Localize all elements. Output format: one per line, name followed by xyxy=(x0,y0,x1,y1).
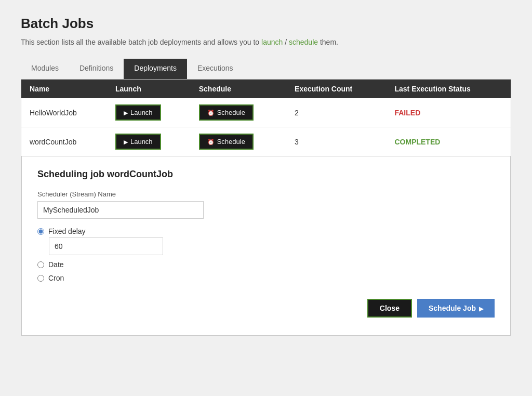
schedule-job-button[interactable]: Schedule Job xyxy=(417,299,495,318)
col-name: Name xyxy=(21,80,107,98)
cron-row: Cron xyxy=(37,274,495,282)
description-separator: / xyxy=(285,38,287,46)
clock-icon-2 xyxy=(207,138,215,146)
schedule-cell-1: Schedule xyxy=(191,98,286,127)
col-launch: Launch xyxy=(107,80,191,98)
launch-label-1: Launch xyxy=(130,109,153,116)
schedule-label-2: Schedule xyxy=(217,138,245,146)
table-container: Name Launch Schedule Execution Count Las… xyxy=(21,80,511,336)
schedule-link[interactable]: schedule xyxy=(289,38,318,46)
date-row: Date xyxy=(37,260,495,269)
scheduler-name-input[interactable] xyxy=(37,201,204,219)
job-name-1: HelloWorldJob xyxy=(21,98,107,127)
cron-label: Cron xyxy=(48,274,64,282)
execution-count-2: 3 xyxy=(286,127,386,156)
tab-executions[interactable]: Executions xyxy=(187,59,243,79)
fixed-delay-radio-row: Fixed delay xyxy=(37,227,86,235)
launch-button-2[interactable]: Launch xyxy=(115,134,161,150)
job-name-2: wordCountJob xyxy=(21,127,107,156)
description-prefix: This section lists all the available bat… xyxy=(21,38,261,46)
status-badge-1: FAILED xyxy=(394,109,420,117)
scheduling-section: Scheduling job wordCountJob Scheduler (S… xyxy=(21,156,511,336)
schedule-job-arrow-icon xyxy=(479,304,483,312)
table-row: HelloWorldJob Launch Schedule 2 xyxy=(21,98,511,127)
scheduler-name-group: Scheduler (Stream) Name xyxy=(37,190,495,219)
date-label: Date xyxy=(48,260,64,269)
schedule-button-1[interactable]: Schedule xyxy=(199,104,254,121)
tab-modules[interactable]: Modules xyxy=(21,59,69,79)
page-container: Batch Jobs This section lists all the av… xyxy=(0,0,532,396)
status-badge-2: COMPLETED xyxy=(394,138,440,146)
launch-label-2: Launch xyxy=(130,138,153,146)
fixed-delay-input[interactable] xyxy=(49,237,163,255)
fixed-delay-label: Fixed delay xyxy=(48,227,86,235)
fixed-delay-row: Fixed delay xyxy=(37,227,495,255)
status-2: COMPLETED xyxy=(386,127,511,156)
status-1: FAILED xyxy=(386,98,511,127)
table-row: wordCountJob Launch Schedule 3 xyxy=(21,127,511,156)
tabs-bar: Modules Definitions Deployments Executio… xyxy=(21,59,511,80)
tab-deployments[interactable]: Deployments xyxy=(124,59,187,79)
date-radio[interactable] xyxy=(37,261,44,268)
schedule-cell-2: Schedule xyxy=(191,127,286,156)
fixed-delay-radio[interactable] xyxy=(37,228,44,235)
footer-actions: Close Schedule Job xyxy=(37,288,495,323)
table-header-row: Name Launch Schedule Execution Count Las… xyxy=(21,80,511,98)
play-icon-2 xyxy=(124,138,128,146)
date-radio-row: Date xyxy=(37,260,64,269)
col-last-execution-status: Last Execution Status xyxy=(386,80,511,98)
description-suffix: them. xyxy=(320,38,338,46)
close-button[interactable]: Close xyxy=(367,299,412,318)
cron-radio[interactable] xyxy=(37,275,44,282)
deployments-table: Name Launch Schedule Execution Count Las… xyxy=(21,80,511,156)
tab-definitions[interactable]: Definitions xyxy=(69,59,124,79)
execution-count-1: 2 xyxy=(286,98,386,127)
scheduling-title: Scheduling job wordCountJob xyxy=(37,169,495,180)
schedule-button-2[interactable]: Schedule xyxy=(199,134,254,150)
schedule-label-1: Schedule xyxy=(217,109,245,116)
cron-radio-row: Cron xyxy=(37,274,64,282)
schedule-job-label: Schedule Job xyxy=(429,304,476,312)
page-description: This section lists all the available bat… xyxy=(21,38,511,46)
launch-button-1[interactable]: Launch xyxy=(115,104,161,121)
col-schedule: Schedule xyxy=(191,80,286,98)
schedule-type-group: Fixed delay Date Cron xyxy=(37,227,495,282)
page-title: Batch Jobs xyxy=(21,16,511,32)
play-icon xyxy=(124,109,128,116)
launch-cell-1: Launch xyxy=(107,98,191,127)
launch-cell-2: Launch xyxy=(107,127,191,156)
col-execution-count: Execution Count xyxy=(286,80,386,98)
clock-icon-1 xyxy=(207,109,215,116)
launch-link[interactable]: launch xyxy=(261,38,283,46)
scheduler-name-label: Scheduler (Stream) Name xyxy=(37,190,495,198)
